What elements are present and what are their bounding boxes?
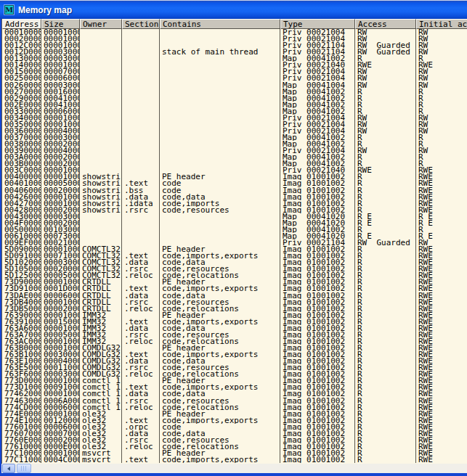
column-header-owner[interactable]: Owner (80, 19, 122, 29)
cell-type: Imag 01001002 (280, 194, 355, 200)
table-row[interactable]: 0014000000001000Priv 00021040RWERWE (2, 62, 467, 68)
column-header-section[interactable]: Section (122, 19, 160, 29)
table-row[interactable]: 0034000000001000Priv 00021004RWRW (2, 115, 467, 121)
scroll-left-button[interactable] (2, 464, 15, 473)
table-row[interactable]: 763AC00000001000IMM32.reloccode,relocati… (2, 338, 467, 345)
table-row[interactable]: 0033000000006000Map 00041002RR (2, 108, 467, 115)
cell-section: .data (122, 358, 160, 364)
table-row[interactable]: 776100000000E000ole32.reloccode,relocati… (2, 443, 467, 450)
cell-type: Map 00041002 (280, 141, 355, 147)
table-row[interactable]: 774E000000001000ole32PE headerImag 01001… (2, 411, 467, 417)
table-row[interactable]: 002E000000041000Map 00041002RR (2, 102, 467, 108)
table-row[interactable]: 77C110000004C000msvcrt.textcode,imports,… (2, 456, 467, 463)
table-row[interactable]: 0040000000001000showstriPE headerImag 01… (2, 173, 467, 180)
table-row[interactable]: 0037000000003000Map 00041002RR (2, 134, 467, 141)
cell-initial_access: R (416, 134, 467, 141)
table-row[interactable]: 73DAE00000006000CRTDLL.datacode,dataImag… (2, 292, 467, 299)
table-row[interactable]: 774630000006A000comctl_1.rsrccode,resour… (2, 398, 467, 404)
cell-size: 00001000 (41, 325, 80, 332)
table-row[interactable]: 5D09100000071000COMCTL32.textcode,import… (2, 253, 467, 259)
column-header-size[interactable]: Size (41, 19, 80, 29)
table-row[interactable]: 5D12500000005000COMCTL32.reloccode,reloc… (2, 272, 467, 279)
table-row[interactable]: 0042700000001000showstri.idatacode,impor… (2, 200, 467, 207)
table-row[interactable]: 763B000000001000COMDLG32PE headerImag 01… (2, 345, 467, 351)
cell-contains: stack of main thread (160, 49, 280, 55)
column-header-address[interactable]: Address (2, 19, 41, 29)
table-row[interactable]: 763A600000001000IMM32.datacode,dataImag … (2, 325, 467, 332)
table-row[interactable]: 0042800000002000showstri.rsrccode,resour… (2, 207, 467, 213)
table-row[interactable]: 0012D00000003000stack of main threadPriv… (2, 49, 467, 55)
table-row[interactable]: 0013000000003000Map 00041002RR (2, 55, 467, 62)
table-row[interactable]: 7746200000001000comctl_1.datacode,dataIm… (2, 390, 467, 397)
titlebar[interactable]: M Memory map (0, 1, 467, 19)
horizontal-scrollbar[interactable] (1, 464, 467, 473)
cell-section: .text (122, 456, 160, 463)
table-row[interactable]: 763E500000011000COMDLG32.rsrccode,resour… (2, 364, 467, 371)
cell-initial_access: RWE (416, 345, 467, 351)
cell-access: R (355, 272, 416, 279)
scrollbar-track[interactable] (31, 464, 467, 473)
column-header-contains[interactable]: Contains (160, 19, 280, 29)
cell-type: Priv 00021004 (280, 128, 355, 134)
table-row[interactable]: 7639100000015000IMM32.textcode,imports,e… (2, 319, 467, 325)
table-row[interactable]: 7760100000006000ole32.orpccodeImag 01001… (2, 424, 467, 430)
table-row[interactable]: 7760700000007000ole32.datacode,dataImag … (2, 430, 467, 437)
column-header-type[interactable]: Type (280, 19, 355, 29)
cell-size: 00002000 (41, 220, 80, 226)
table-row[interactable]: 763E100000004000COMDLG32.datacode,dataIm… (2, 358, 467, 364)
cell-size: 00041000 (41, 95, 80, 102)
table-row[interactable]: 0040600000020000showstri.bsscodeImag 010… (2, 187, 467, 194)
cell-initial_access: RWE (416, 411, 467, 417)
scrollbar-thumb[interactable] (17, 464, 31, 473)
table-row[interactable]: 003A000000002000Map 00041002RR (2, 154, 467, 160)
table-row[interactable]: 73DB400000001000CRTDLL.rsrccode,resource… (2, 299, 467, 305)
table-row[interactable]: 0043000000003000Map 00041020R ER E (2, 213, 467, 220)
table-row[interactable]: 5D10500000020000COMCTL32.rsrccode,resour… (2, 266, 467, 272)
table-row[interactable]: 5D09000000001000COMCTL32PE headerImag 01… (2, 246, 467, 253)
cell-owner (80, 55, 122, 62)
table-row[interactable]: 73D9000000001000CRTDLLPE headerImag 0100… (2, 279, 467, 285)
cell-owner: IMM32 (80, 325, 122, 332)
table-row[interactable]: 0025000000006000Priv 00021004RWRW (2, 75, 467, 81)
table-row[interactable]: 0040100000005000showstri.textcodeImag 01… (2, 180, 467, 186)
column-header-initial_access[interactable]: Initial acc (416, 19, 467, 29)
table-row[interactable]: 0027000000016000Map 00041002RR (2, 89, 467, 95)
table-row[interactable]: 763B100000030000COMDLG32.textcode,import… (2, 351, 467, 358)
cell-owner (80, 29, 122, 36)
table-row[interactable]: 774E100000120000ole32.textcode,imports,e… (2, 417, 467, 424)
table-row[interactable]: 5D10200000003000COMCTL32.datacode,dataIm… (2, 259, 467, 266)
table-row[interactable]: 0029000000041000Map 00041002RR (2, 95, 467, 102)
table-row[interactable]: 0039000000004000Priv 00021004RWRW (2, 147, 467, 154)
column-header-access[interactable]: Access (355, 19, 416, 29)
table-row[interactable]: 773D000000001000comctl_1PE headerImag 01… (2, 377, 467, 384)
table-row[interactable]: 0015000000007000Priv 00021004RWRW (2, 68, 467, 75)
table-row[interactable]: 73DB500000002000CRTDLL.reloccode,relocat… (2, 305, 467, 312)
table-row[interactable]: 0002000000001000Priv 00021004RWRW (2, 36, 467, 42)
cell-access: RW (355, 82, 416, 89)
table-row[interactable]: 73D910000001D000CRTDLL.textcode,imports,… (2, 285, 467, 292)
table-row[interactable]: 0026000000003000Map 00041004RWRW (2, 82, 467, 89)
table-row[interactable]: 763F600000003000COMDLG32.reloccode,reloc… (2, 371, 467, 377)
table-row[interactable]: 0036000000004000Priv 00021004RWRW (2, 128, 467, 134)
table-row[interactable]: 0035000000001000Priv 00021004RWRW (2, 121, 467, 128)
table-row[interactable]: 0042600000001000showstri.datacode,dataIm… (2, 194, 467, 200)
table-row[interactable]: 0001000000001000Priv 00021004RWRW (2, 29, 467, 36)
cell-type: Priv 00021004 (280, 68, 355, 75)
table-row[interactable]: 0061000000073000Map 00041020R ER E (2, 233, 467, 239)
cell-owner: comctl_1 (80, 384, 122, 390)
table-row[interactable]: 004F000000002000Map 00041020R ER E (2, 220, 467, 226)
table-row[interactable]: 77C1000000001000msvcrtPE headerImag 0100… (2, 450, 467, 456)
table-row[interactable]: 003B000000002000Map 00041002RR (2, 160, 467, 167)
table-row[interactable]: 774CD00000006000comctl_1.reloccode,reloc… (2, 404, 467, 411)
table-row[interactable]: 0012C00000001000Priv 00021104RW GuardedR… (2, 42, 467, 49)
cell-size: 00001000 (41, 345, 80, 351)
table-row[interactable]: 009EF00000021000Priv 00021104RW GuardedR… (2, 239, 467, 246)
table-row[interactable]: 7639000000001000IMM32PE headerImag 01001… (2, 312, 467, 319)
cell-owner (80, 68, 122, 75)
table-row[interactable]: 763A700000005000IMM32.rsrccode,resources… (2, 332, 467, 338)
table-row[interactable]: 773D100000091000comctl_1.textcode,import… (2, 384, 467, 390)
table-row[interactable]: 0038000000002000Map 00041002RR (2, 141, 467, 147)
table-row[interactable]: 0050000000103000Map 00041002RR (2, 226, 467, 233)
table-row[interactable]: 003C000000001000Priv 00021040RWERWE (2, 167, 467, 173)
table-row[interactable]: 7760E00000002000ole32.rsrccode,resources… (2, 437, 467, 443)
